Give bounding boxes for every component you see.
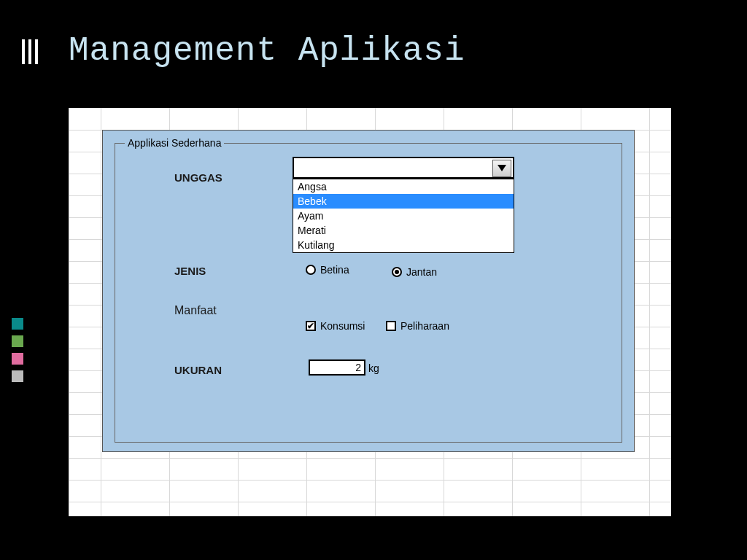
radio-icon [306, 265, 316, 275]
checkbox-peliharaan[interactable]: Peliharaan [386, 320, 449, 332]
checkbox-icon [386, 321, 396, 331]
unggas-combobox[interactable] [293, 157, 514, 179]
chevron-down-icon [498, 165, 506, 172]
svg-marker-0 [498, 165, 506, 171]
slide-title: Management Aplikasi [69, 32, 465, 70]
dropdown-option[interactable]: Ayam [293, 209, 514, 223]
label-unggas: UNGGAS [174, 171, 222, 184]
checkbox-konsumsi[interactable]: ✔ Konsumsi [306, 320, 365, 332]
ukuran-input[interactable]: 2 [309, 359, 365, 376]
radio-betina-label: Betina [320, 264, 349, 276]
fieldset-legend: Applikasi Sederhana [125, 137, 224, 149]
radio-jantan[interactable]: Jantan [392, 266, 437, 278]
dropdown-option[interactable]: Bebek [293, 194, 514, 209]
form-panel: Applikasi Sederhana UNGGAS JENIS Manfaat… [102, 130, 635, 452]
label-ukuran: UKURAN [174, 364, 222, 376]
dropdown-option[interactable]: Angsa [293, 179, 514, 194]
label-jenis: JENIS [174, 265, 206, 277]
label-manfaat: Manfaat [174, 304, 217, 317]
dropdown-option[interactable]: Merati [293, 223, 514, 238]
dropdown-toggle-button[interactable] [492, 160, 511, 177]
decoration-bottom-squares [12, 318, 23, 382]
dropdown-option[interactable]: Kutilang [293, 238, 514, 252]
checkbox-icon: ✔ [306, 321, 316, 331]
unggas-dropdown-list[interactable]: AngsaBebekAyamMeratiKutilang [293, 179, 514, 253]
checkbox-konsumsi-label: Konsumsi [320, 320, 365, 332]
spreadsheet-area: Applikasi Sederhana UNGGAS JENIS Manfaat… [69, 108, 671, 516]
radio-icon [392, 267, 402, 277]
checkbox-peliharaan-label: Peliharaan [400, 320, 449, 332]
radio-jantan-label: Jantan [406, 266, 437, 278]
decoration-top-bars [22, 39, 38, 64]
ukuran-unit: kg [368, 362, 379, 374]
radio-betina[interactable]: Betina [306, 264, 349, 276]
